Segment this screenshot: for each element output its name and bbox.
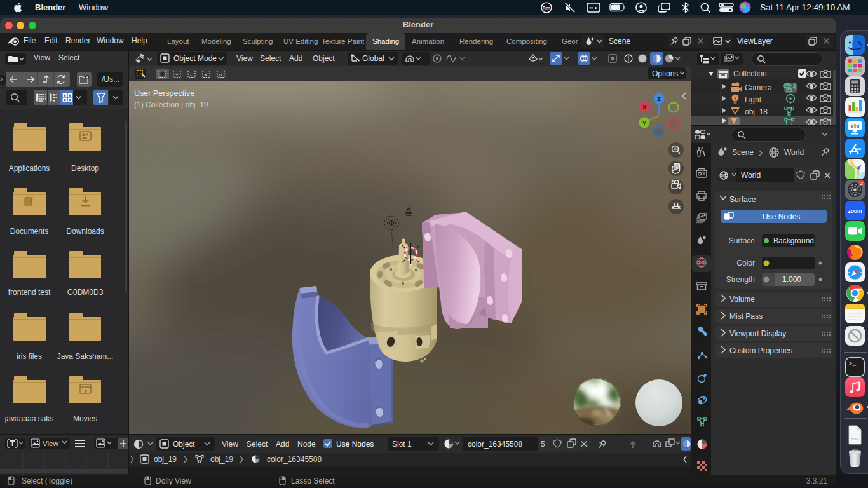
svg-text:Add: Add <box>289 54 302 63</box>
svg-text:View: View <box>222 440 238 449</box>
svg-text:color_16345508: color_16345508 <box>267 455 322 464</box>
svg-text:zoom: zoom <box>848 208 862 214</box>
svg-text:Dolly View: Dolly View <box>156 477 191 485</box>
svg-text:Object Mode: Object Mode <box>173 54 217 63</box>
svg-text:Options: Options <box>652 69 678 78</box>
svg-text:Use Nodes: Use Nodes <box>336 440 374 449</box>
svg-text:obj_18: obj_18 <box>745 107 768 116</box>
svg-text:Object: Object <box>313 54 335 63</box>
svg-text:x: x <box>205 72 207 78</box>
svg-text:obj_19: obj_19 <box>154 455 177 464</box>
svg-text:Select: Select <box>247 440 268 449</box>
svg-text:Surface: Surface <box>729 195 756 204</box>
svg-text:+: + <box>175 72 179 78</box>
svg-text:Node: Node <box>297 440 316 449</box>
svg-text:Viewport Display: Viewport Display <box>729 329 786 338</box>
svg-text:Background: Background <box>773 236 814 245</box>
svg-text:Camera: Camera <box>745 83 772 92</box>
svg-text:o: o <box>219 72 222 78</box>
svg-text:>_: >_ <box>849 361 856 367</box>
svg-text:Light: Light <box>745 95 762 104</box>
svg-text:HTML: HTML <box>851 437 860 441</box>
svg-text:2: 2 <box>860 180 864 186</box>
svg-text:View: View <box>236 54 253 63</box>
svg-text:Lasso Select: Lasso Select <box>291 477 335 485</box>
svg-text:Collection: Collection <box>733 69 767 78</box>
svg-text:5: 5 <box>541 440 545 449</box>
svg-text:Custom Properties: Custom Properties <box>729 346 792 355</box>
svg-text:(1) Collection | obj_19: (1) Collection | obj_19 <box>134 100 208 109</box>
svg-text:Scene: Scene <box>732 148 754 157</box>
svg-text:Volume: Volume <box>729 295 755 304</box>
svg-text:Strength: Strength <box>726 275 755 284</box>
svg-text:Select: Select <box>260 54 281 63</box>
svg-text:User Perspective: User Perspective <box>134 89 194 98</box>
svg-text:World: World <box>741 171 761 180</box>
svg-text:8m: 8m <box>542 5 550 11</box>
svg-text:Add: Add <box>276 440 289 449</box>
svg-text:Global: Global <box>362 54 384 63</box>
svg-text:color_16345508: color_16345508 <box>468 440 522 449</box>
svg-text:-: - <box>190 72 192 78</box>
svg-text:View: View <box>43 440 58 447</box>
svg-text:obj_19: obj_19 <box>210 455 233 464</box>
svg-text:Mist Pass: Mist Pass <box>729 312 763 321</box>
svg-text:1.000: 1.000 <box>782 275 801 284</box>
svg-text:Color: Color <box>736 259 755 268</box>
svg-text:Z: Z <box>657 96 661 102</box>
svg-text:Surface: Surface <box>729 236 756 245</box>
svg-text:X: X <box>642 104 646 111</box>
svg-text:World: World <box>784 148 804 157</box>
svg-text:Slot 1: Slot 1 <box>392 440 412 449</box>
svg-text:Select (Toggle): Select (Toggle) <box>22 477 72 485</box>
svg-text:Y: Y <box>642 120 646 126</box>
svg-text:Use Nodes: Use Nodes <box>763 212 800 221</box>
svg-text:3.3.21: 3.3.21 <box>806 477 828 485</box>
svg-text:Object: Object <box>173 440 195 449</box>
